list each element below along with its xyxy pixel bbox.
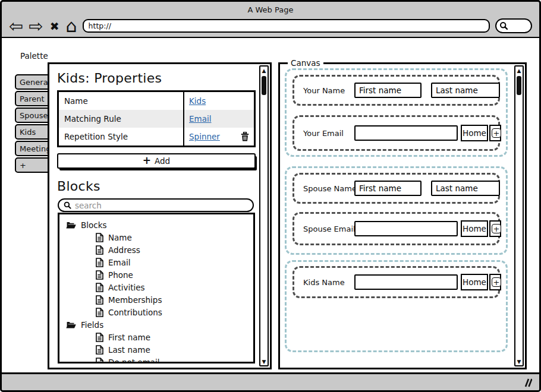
first-name-input[interactable] xyxy=(354,83,422,98)
tree-item-label: Fields xyxy=(81,320,103,330)
widget-kids-name[interactable]: Kids Name Home ▼ + xyxy=(292,266,500,298)
widget-your-email[interactable]: Your Email Home ▼ + xyxy=(292,115,500,151)
palette-tab-parent[interactable]: Parent xyxy=(15,91,51,106)
tree-item-memberships[interactable]: Memberships xyxy=(96,293,253,306)
email-input[interactable] xyxy=(354,221,458,236)
resize-grip-icon[interactable] xyxy=(521,378,532,387)
tab-label: Parent xyxy=(20,94,45,103)
tree-folder-fields[interactable]: Fields xyxy=(66,318,253,331)
combobox-value[interactable]: Home xyxy=(461,274,488,290)
first-name-input[interactable] xyxy=(354,181,422,196)
tree-item-label: Contributions xyxy=(108,308,162,317)
tree-item-contributions[interactable]: Contributions xyxy=(96,306,253,318)
browser-search-box[interactable] xyxy=(495,18,532,33)
document-icon xyxy=(96,258,103,267)
tree-item-activities[interactable]: Activities xyxy=(96,281,253,293)
last-name-input[interactable] xyxy=(431,181,500,196)
add-property-button[interactable]: + Add xyxy=(57,153,256,169)
canvas-group-kids-info[interactable]: Kids Name Home ▼ + xyxy=(285,260,508,352)
palette-tab-general[interactable]: General xyxy=(15,74,51,90)
canvas-scrollbar[interactable]: ▲ ▼ xyxy=(514,65,524,366)
scrollbar-thumb[interactable] xyxy=(517,76,521,95)
tab-label: Kids xyxy=(20,128,36,137)
scroll-up-icon: ▲ xyxy=(517,68,521,74)
property-value-link[interactable]: Email xyxy=(189,114,211,124)
document-icon xyxy=(96,245,103,255)
email-input[interactable] xyxy=(354,125,458,141)
scroll-down-button[interactable]: ▼ xyxy=(515,358,523,365)
widget-your-name[interactable]: Your Name xyxy=(292,75,500,106)
forward-icon[interactable]: ⇨ xyxy=(29,17,43,35)
add-button-label: Add xyxy=(155,156,170,166)
property-value-link[interactable]: Kids xyxy=(189,96,206,106)
scroll-up-icon: ▲ xyxy=(262,68,266,74)
folder-icon xyxy=(66,321,76,328)
scroll-down-icon: ▼ xyxy=(517,359,521,365)
table-row: Name Kids xyxy=(59,92,254,110)
tree-item-address[interactable]: Address xyxy=(96,244,253,256)
palette-tab-meeting[interactable]: Meeting xyxy=(15,141,51,156)
plus-icon: + xyxy=(143,154,151,166)
home-icon[interactable]: ⌂ xyxy=(66,17,77,35)
blocks-search-input[interactable] xyxy=(75,201,248,210)
scroll-down-button[interactable]: ▼ xyxy=(260,358,268,365)
tab-label: Spouse xyxy=(20,111,48,120)
blocks-search-box[interactable] xyxy=(58,198,254,212)
last-name-input[interactable] xyxy=(431,83,500,98)
tree-item-first-name[interactable]: First name xyxy=(96,331,253,343)
document-icon xyxy=(96,333,103,342)
close-icon[interactable]: ✖ xyxy=(49,17,61,35)
back-icon[interactable]: ⇦ xyxy=(9,17,23,35)
plus-icon: + xyxy=(493,279,500,286)
field-label: Spouse Name xyxy=(303,184,354,193)
add-field-button[interactable]: + xyxy=(492,224,501,233)
palette-tab-add[interactable]: + xyxy=(15,157,51,173)
scroll-down-icon: ▼ xyxy=(262,359,266,365)
blocks-title: Blocks xyxy=(57,179,270,194)
tree-item-last-name[interactable]: Last name xyxy=(96,343,253,356)
add-field-button[interactable]: + xyxy=(492,277,501,287)
search-icon xyxy=(499,21,508,30)
properties-scrollbar[interactable]: ▲ ▼ xyxy=(259,65,269,366)
plus-icon: + xyxy=(493,129,500,137)
tab-label: General xyxy=(20,78,50,87)
scroll-up-button[interactable]: ▲ xyxy=(260,67,268,74)
document-icon xyxy=(96,233,103,242)
blocks-tree: Blocks Name Address Email Phone xyxy=(58,213,255,363)
tree-item-phone[interactable]: Phone xyxy=(96,268,253,281)
url-bar[interactable]: http:// xyxy=(83,19,490,33)
tree-folder-blocks[interactable]: Blocks xyxy=(66,219,253,231)
add-field-button[interactable]: + xyxy=(492,128,501,138)
scroll-up-button[interactable]: ▲ xyxy=(515,67,523,74)
canvas-panel: Canvas Your Name Your Email Home ▼ + xyxy=(278,62,527,369)
table-row: Matching Rule Email xyxy=(59,110,254,128)
page-content: Palette General Parent Spouse Kids Meeti… xyxy=(2,37,539,374)
tree-item-label: Memberships xyxy=(108,295,162,305)
canvas-group-your-info[interactable]: Your Name Your Email Home ▼ + xyxy=(285,68,508,157)
scrollbar-thumb[interactable] xyxy=(262,76,266,95)
palette-label: Palette xyxy=(20,51,48,61)
browser-window: A Web Page ⇦ ⇨ ✖ ⌂ http:// Palette Gener… xyxy=(0,0,541,392)
document-icon xyxy=(96,308,103,317)
combobox-value[interactable]: Home xyxy=(461,220,488,237)
document-icon xyxy=(96,345,103,355)
tree-item-label: Do not email xyxy=(108,358,160,364)
browser-titlebar: A Web Page xyxy=(2,2,539,16)
palette-tab-kids[interactable]: Kids xyxy=(15,124,51,140)
document-icon xyxy=(96,283,103,292)
widget-spouse-email[interactable]: Spouse Email Home ▼ + xyxy=(292,212,500,245)
palette-tabs: General Parent Spouse Kids Meeting + xyxy=(15,74,51,174)
trash-icon[interactable] xyxy=(241,132,249,141)
property-value-link[interactable]: Spinner xyxy=(189,132,220,141)
canvas-group-spouse-info[interactable]: Spouse Name Spouse Email Home ▼ + xyxy=(285,166,508,255)
combobox-value[interactable]: Home xyxy=(461,125,488,141)
kids-name-input[interactable] xyxy=(354,274,458,290)
browser-toolbar: ⇦ ⇨ ✖ ⌂ http:// xyxy=(2,15,539,37)
property-name: Repetition Style xyxy=(59,128,183,146)
tree-item-email[interactable]: Email xyxy=(96,256,253,268)
tree-item-name[interactable]: Name xyxy=(96,231,253,244)
widget-spouse-name[interactable]: Spouse Name xyxy=(292,173,500,204)
tree-item-do-not-email[interactable]: Do not email xyxy=(96,356,253,363)
document-icon xyxy=(96,358,103,364)
palette-tab-spouse[interactable]: Spouse xyxy=(15,108,51,123)
